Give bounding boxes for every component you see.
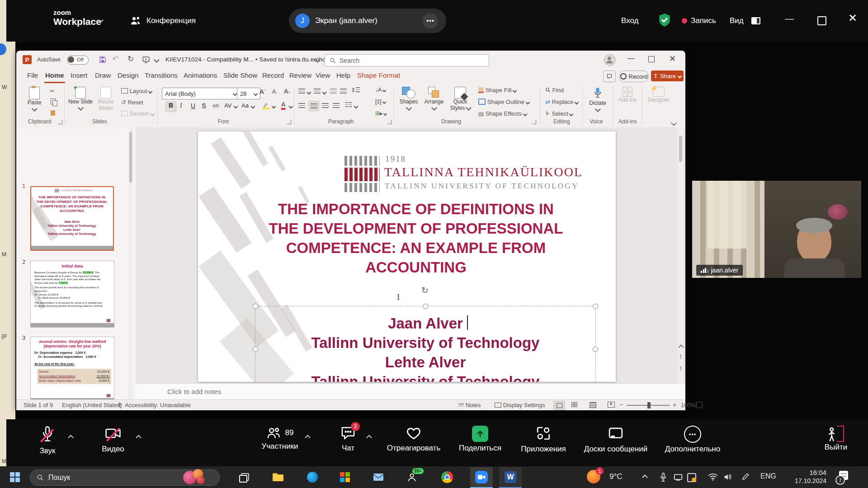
find-button[interactable]: Find — [545, 87, 564, 94]
align-text-icon[interactable]: [‡] — [375, 99, 386, 105]
meeting-tab[interactable]: Конференция — [146, 16, 196, 25]
columns-icon[interactable] — [345, 102, 352, 107]
grow-font-icon[interactable]: A^ — [259, 88, 266, 95]
align-center-button[interactable] — [308, 101, 319, 111]
selection-handle[interactable] — [593, 304, 598, 309]
section-button[interactable]: Section — [121, 110, 154, 117]
addins-button[interactable]: Add-ins — [616, 87, 639, 103]
status-display-settings[interactable]: Display Settings — [495, 402, 545, 408]
taskbar-search-box[interactable]: Пошук — [30, 469, 220, 486]
window-maximize-button[interactable] — [817, 16, 826, 25]
tab-insert[interactable]: Insert — [70, 69, 89, 82]
decrease-indent-icon[interactable] — [330, 89, 337, 94]
zoom-in-button[interactable]: + — [673, 401, 676, 408]
screen-share-pill[interactable]: J Экран (jaan.alver) ••• — [289, 9, 446, 33]
align-right-icon[interactable] — [322, 103, 329, 108]
save-icon[interactable] — [99, 56, 107, 64]
tab-review[interactable]: Review — [288, 69, 312, 82]
cut-icon[interactable]: ✂ — [50, 88, 55, 94]
view-button[interactable]: Вид — [730, 16, 744, 25]
char-spacing-button[interactable]: AV — [224, 102, 231, 109]
shrink-font-icon[interactable]: Aˇ — [272, 89, 277, 96]
window-close-button[interactable]: ✕ — [848, 12, 857, 24]
weather-tray-icon[interactable]: 1 — [586, 469, 606, 485]
status-language[interactable]: English (United States) — [62, 402, 122, 408]
slide-thumbnail-2[interactable]: Initial data Business Company bought a D… — [30, 261, 114, 328]
bullets-chevron[interactable] — [307, 90, 311, 95]
weather-temp[interactable]: 9°C — [609, 472, 623, 481]
redo-icon[interactable]: ↻ — [127, 54, 134, 64]
justify-icon[interactable] — [333, 103, 340, 108]
slide-canvas[interactable]: 1918 TALLINNA TEHNIKAÜLIKOOL TALLINN UNI… — [198, 131, 616, 382]
slide-thumbnail-1[interactable]: TALLINNA TEHNIKAÜLIKOOL THE IMPORTANCE O… — [30, 186, 114, 251]
tray-mic-icon[interactable] — [659, 472, 667, 482]
reset-button[interactable]: ↺ Reset — [121, 99, 143, 106]
status-slide-number[interactable]: Slide 1 of 9 — [24, 402, 53, 408]
next-slide-button[interactable]: ∨∨ — [678, 366, 683, 371]
security-shield-icon[interactable] — [657, 13, 672, 28]
change-case-chevron[interactable] — [251, 104, 255, 109]
notification-center-icon[interactable]: 7 — [835, 471, 849, 483]
tab-home[interactable]: Home — [44, 69, 65, 83]
undo-icon[interactable]: ↶ — [112, 54, 118, 64]
qat-customize-icon[interactable] — [154, 57, 160, 63]
clipboard-launcher[interactable] — [58, 120, 62, 124]
drawing-launcher[interactable] — [532, 120, 536, 124]
share-pill-more-icon[interactable]: ••• — [423, 13, 438, 28]
view-slideshow-button[interactable] — [608, 402, 615, 408]
tray-wifi-icon[interactable] — [708, 473, 718, 481]
audio-button[interactable]: Звук — [32, 426, 63, 460]
format-painter-icon[interactable] — [51, 110, 55, 116]
selection-handle[interactable] — [253, 347, 258, 352]
view-normal-button[interactable] — [553, 401, 565, 410]
participants-button[interactable]: 89 Участники — [250, 426, 309, 460]
whiteboards-button[interactable]: Доски сообщений — [575, 426, 656, 460]
zoom-slider[interactable] — [627, 405, 670, 406]
fit-slide-button[interactable] — [696, 402, 703, 408]
columns-chevron[interactable] — [354, 104, 359, 109]
increase-indent-icon[interactable] — [340, 89, 347, 94]
status-accessibility[interactable]: Accessibility: Unavailable — [125, 402, 191, 408]
chrome-icon[interactable] — [437, 467, 458, 487]
record-button[interactable]: Record — [619, 70, 649, 82]
collapse-ribbon-icon[interactable] — [671, 120, 677, 126]
chat-button[interactable]: 3 Чат — [330, 426, 366, 460]
clock[interactable]: 16:04 17.10.2024 — [785, 468, 826, 485]
autosave-toggle[interactable]: Off — [67, 56, 89, 65]
copy-icon[interactable] — [51, 99, 56, 104]
share-button[interactable]: ↥ Share — [651, 70, 684, 81]
selection-handle[interactable] — [593, 347, 598, 352]
search-box[interactable]: Search — [325, 54, 489, 66]
people-app-icon[interactable]: 99+ — [401, 467, 422, 487]
tray-app-icon[interactable] — [687, 473, 696, 482]
font-color-button[interactable]: A — [281, 101, 285, 110]
underline-button[interactable]: U — [191, 102, 195, 109]
text-direction-icon[interactable]: ↓A — [375, 87, 386, 93]
font-size-combo[interactable]: 28 — [237, 88, 260, 99]
notes-pane[interactable]: Click to add notes — [136, 383, 685, 400]
author-textbox[interactable]: Jaan Alver Tallinn University of Technol… — [255, 306, 596, 382]
shape-outline-button[interactable]: Shape Outline — [478, 99, 529, 105]
paragraph-launcher[interactable] — [387, 120, 392, 124]
scroll-up-icon[interactable] — [678, 344, 684, 350]
font-color-chevron[interactable] — [289, 104, 293, 109]
mail-icon[interactable] — [368, 467, 389, 487]
react-button[interactable]: Отреагировать — [384, 426, 443, 460]
leave-button[interactable]: Выйти — [816, 426, 856, 460]
edge-browser-icon[interactable] — [302, 467, 323, 487]
thumbnail-scrollbar[interactable] — [128, 127, 133, 399]
apps-button[interactable]: Приложения — [516, 426, 571, 460]
dictate-button[interactable]: Dictate — [585, 87, 610, 113]
clear-format-icon[interactable]: A◊ — [284, 88, 290, 95]
status-notes-toggle[interactable]: Notes — [458, 402, 481, 408]
select-button[interactable]: Select — [545, 110, 573, 117]
chat-chevron[interactable] — [366, 435, 372, 441]
tab-file[interactable]: File — [26, 69, 39, 82]
zoom-percent[interactable]: 100% — [681, 402, 696, 408]
tray-expand-chevron[interactable] — [642, 474, 648, 480]
tab-draw[interactable]: Draw — [94, 69, 112, 82]
video-button[interactable]: Видео — [95, 426, 131, 460]
tab-view[interactable]: View — [315, 69, 331, 82]
replace-button[interactable]: ⇄ Replace — [545, 99, 578, 105]
shape-effects-button[interactable]: Shape Effects — [478, 110, 527, 117]
